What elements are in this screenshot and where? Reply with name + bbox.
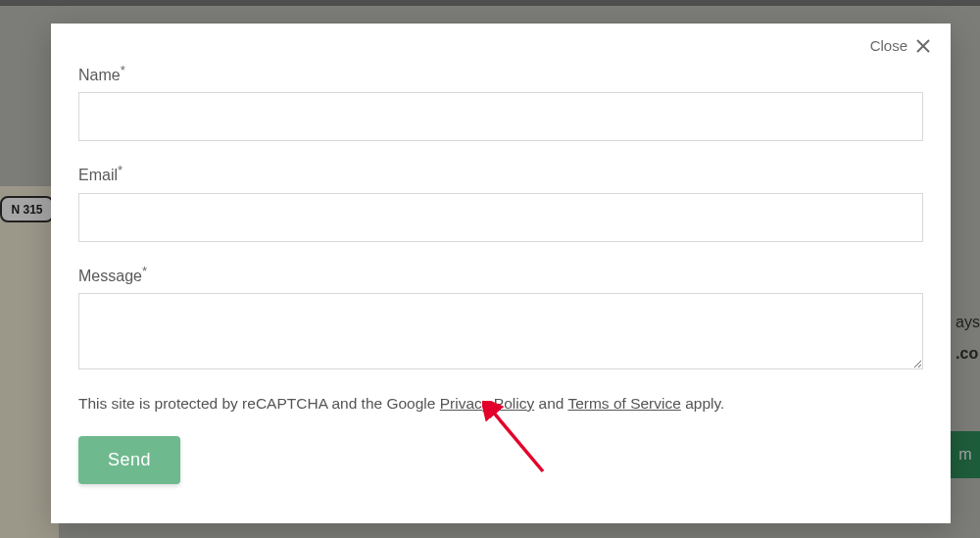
close-button[interactable]: Close (870, 37, 931, 54)
name-input[interactable] (78, 92, 923, 141)
message-label: Message* (78, 264, 923, 285)
email-input[interactable] (78, 193, 923, 242)
message-textarea[interactable] (78, 293, 923, 369)
contact-modal: Close Name* Email* Message* This site is… (51, 24, 951, 523)
email-label: Email* (78, 163, 923, 184)
terms-of-service-link[interactable]: Terms of Service (567, 395, 680, 412)
send-button[interactable]: Send (78, 436, 180, 484)
close-icon (915, 38, 931, 54)
recaptcha-legal-text: This site is protected by reCAPTCHA and … (78, 395, 923, 413)
privacy-policy-link[interactable]: Privacy Policy (440, 395, 534, 412)
close-label: Close (870, 37, 907, 54)
name-label: Name* (78, 63, 923, 84)
